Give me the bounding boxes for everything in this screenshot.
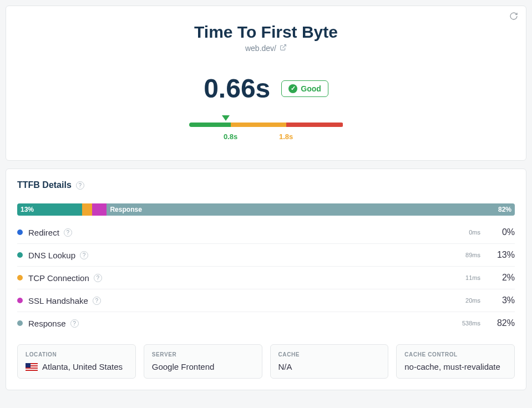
info-location: LOCATION Atlanta, United States [17,344,136,379]
row-dot-icon [17,298,23,303]
scale-poor-segment [286,123,343,127]
row-label: Redirect [28,228,59,237]
details-card: TTFB Details ? 13% Response 82% Redirect… [6,169,526,390]
row-dot-icon [17,252,23,258]
row-ms: 11ms [465,274,480,281]
scale-good-segment [189,123,231,127]
scale-marker-icon [222,115,230,121]
row-dot-icon [17,275,23,280]
breakdown-row: DNS Lookup?89ms13% [17,244,515,267]
row-pct: 13% [490,250,515,260]
info-grid: LOCATION Atlanta, United States SERVER G… [6,334,526,379]
external-link-icon [280,44,287,53]
bar-dns-label: 13% [21,206,34,213]
info-cache-control-title: CACHE CONTROL [404,351,506,358]
row-pct: 0% [490,227,515,237]
info-cache-title: CACHE [278,351,381,358]
us-flag-icon [26,363,38,371]
bar-ssl-segment [92,203,107,216]
info-location-title: LOCATION [26,351,128,358]
status-badge: ✓ Good [281,80,328,97]
svg-line-0 [282,45,286,48]
info-cache-control-value: no-cache, must-revalidate [404,362,500,371]
row-ms: 89ms [465,252,480,258]
row-label: DNS Lookup [28,251,75,260]
bar-response-label: Response [110,206,141,213]
details-title: TTFB Details [17,180,72,190]
help-icon[interactable]: ? [80,251,88,259]
info-server-title: SERVER [152,351,254,358]
info-location-value: Atlanta, United States [42,362,123,371]
row-dot-icon [17,320,23,326]
help-icon[interactable]: ? [70,319,79,328]
bar-tcp-segment [82,203,92,216]
threshold-good-label: 0.8s [224,132,237,141]
row-ms: 20ms [465,297,480,304]
check-icon: ✓ [288,84,297,93]
breakdown-rows: Redirect?0ms0%DNS Lookup?89ms13%TCP Conn… [17,221,515,334]
scale-medium-segment [231,123,286,127]
info-server-value: Google Frontend [152,362,215,371]
breakdown-row: TCP Connection?11ms2% [17,267,515,289]
row-label: TCP Connection [28,273,89,283]
breakdown-bar: 13% Response 82% [17,203,515,216]
help-icon[interactable]: ? [93,297,101,305]
row-ms: 0ms [469,229,480,236]
info-cache: CACHE N/A [270,344,389,379]
info-cache-control: CACHE CONTROL no-cache, must-revalidate [396,344,515,379]
ttfb-value: 0.66s [204,73,270,104]
refresh-icon[interactable] [509,12,518,23]
status-text: Good [301,84,321,93]
threshold-poor-label: 1.8s [279,132,293,141]
help-icon[interactable]: ? [94,274,102,282]
url-row[interactable]: web.dev/ [245,44,287,53]
row-dot-icon [17,230,23,235]
row-pct: 82% [490,318,515,328]
bar-dns-segment: 13% [17,203,82,216]
row-pct: 3% [490,295,515,305]
summary-card: Time To First Byte web.dev/ 0.66s ✓ Good… [6,6,526,161]
help-icon[interactable]: ? [64,228,72,237]
row-label: Response [28,319,66,328]
row-pct: 2% [490,273,515,283]
breakdown-row: Response?538ms82% [17,312,515,334]
details-header: TTFB Details ? [6,169,526,196]
help-icon[interactable]: ? [76,181,84,190]
value-row: 0.66s ✓ Good [17,73,515,104]
info-cache-value: N/A [278,362,292,371]
row-ms: 538ms [462,320,480,327]
threshold-scale: 0.8s 1.8s [17,123,515,144]
breakdown-row: Redirect?0ms0% [17,221,515,244]
row-label: SSL Handshake [28,296,88,305]
page-title: Time To First Byte [17,23,515,42]
info-server: SERVER Google Frontend [144,344,262,379]
url-text: web.dev/ [245,44,276,53]
bar-response-pct: 82% [498,206,511,213]
bar-response-segment: Response 82% [107,203,515,216]
breakdown-row: SSL Handshake?20ms3% [17,289,515,312]
